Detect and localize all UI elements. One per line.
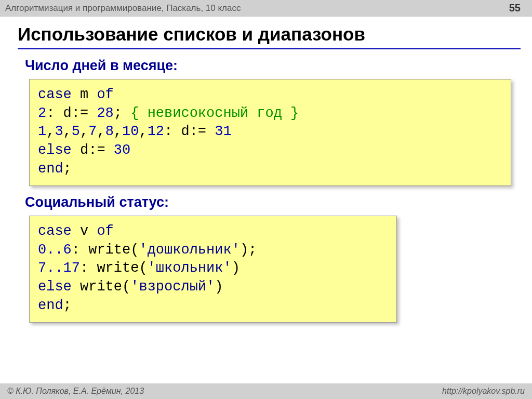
page-number: 55 [509, 2, 521, 14]
code-line: case v of [38, 222, 388, 241]
copyright-label: © К.Ю. Поляков, Е.А. Ерёмин, 2013 [7, 387, 144, 396]
page-title: Использование списков и диапазонов [18, 24, 521, 45]
code-line: end; [38, 297, 388, 315]
slide: Алгоритмизация и программирование, Паска… [0, 0, 532, 399]
code-line: end; [38, 160, 502, 179]
section1-heading: Число дней в месяце: [25, 58, 521, 74]
code-line: else write('взрослый') [38, 278, 388, 297]
footer-bar: © К.Ю. Поляков, Е.А. Ерёмин, 2013 http:/… [0, 383, 532, 399]
code-line: case m of [38, 86, 502, 104]
code-line: 0..6: write('дошкольник'); [38, 241, 388, 260]
header-bar: Алгоритмизация и программирование, Паска… [0, 0, 532, 17]
section2-heading: Социальный статус: [25, 194, 521, 210]
code-line: 7..17: write('школьник') [38, 259, 388, 278]
code-block-months: case m of 2: d:= 28; { невисокосный год … [29, 79, 511, 186]
course-label: Алгоритмизация и программирование, Паска… [5, 3, 241, 14]
code-line: 1,3,5,7,8,10,12: d:= 31 [38, 123, 502, 141]
title-rule [18, 48, 521, 49]
code-block-status: case v of 0..6: write('дошкольник'); 7..… [29, 216, 397, 323]
code-line: else d:= 30 [38, 141, 502, 160]
footer-link[interactable]: http://kpolyakov.spb.ru [442, 387, 525, 396]
code-line: 2: d:= 28; { невисокосный год } [38, 104, 502, 123]
